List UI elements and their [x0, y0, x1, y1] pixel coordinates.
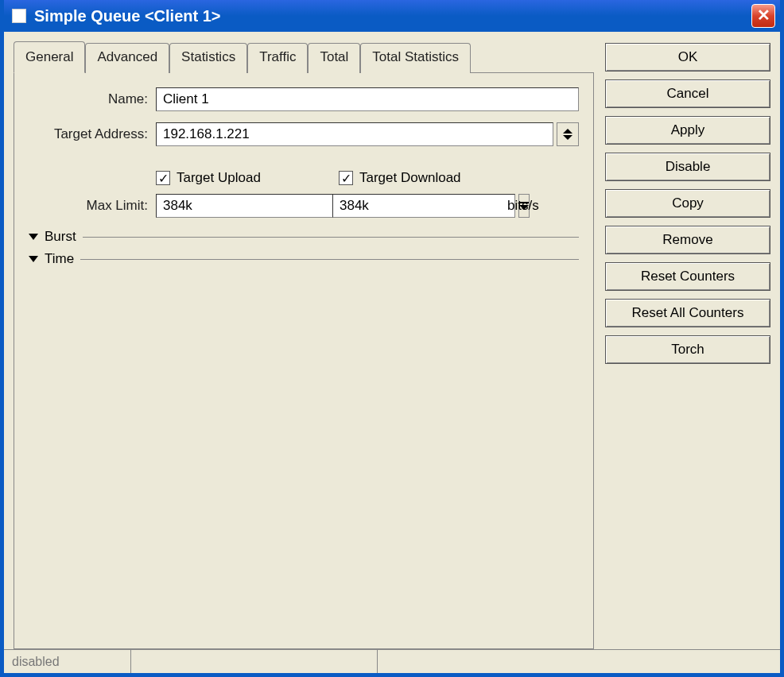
separator [83, 237, 579, 238]
tab-total-statistics[interactable]: Total Statistics [360, 43, 471, 73]
status-cell-3 [378, 650, 780, 673]
titlebar[interactable]: Simple Queue <Client 1> ✕ [4, 0, 780, 32]
max-limit-upload-combo [156, 194, 323, 218]
content-row: General Advanced Statistics Traffic Tota… [4, 32, 780, 649]
window-icon [12, 9, 26, 23]
chevron-down-icon [563, 135, 572, 140]
max-limit-download-input[interactable] [332, 194, 515, 218]
target-upload-checkbox[interactable]: ✓ [156, 171, 170, 185]
target-address-label: Target Address: [29, 126, 156, 142]
target-address-input[interactable] [156, 122, 553, 146]
tab-statistics[interactable]: Statistics [169, 43, 247, 73]
name-input[interactable] [156, 87, 579, 111]
button-column: OK Cancel Apply Disable Copy Remove Rese… [605, 43, 770, 649]
burst-label: Burst [45, 229, 76, 245]
target-upload-check-label: Target Upload [177, 170, 261, 186]
tab-traffic[interactable]: Traffic [247, 43, 308, 73]
window-body: General Advanced Statistics Traffic Tota… [4, 32, 780, 673]
target-address-wrap [156, 122, 579, 146]
name-row: Name: [29, 87, 579, 111]
target-download-col: ✓ Target Download [339, 170, 522, 186]
torch-button[interactable]: Torch [605, 335, 770, 364]
max-limit-download-combo [332, 194, 499, 218]
max-limit-upload-input[interactable] [156, 194, 339, 218]
reset-counters-button[interactable]: Reset Counters [605, 262, 770, 291]
burst-expander[interactable]: Burst [29, 229, 579, 245]
statusbar: disabled [4, 649, 780, 673]
ok-button[interactable]: OK [605, 43, 770, 72]
tab-advanced[interactable]: Advanced [85, 43, 169, 73]
cancel-button[interactable]: Cancel [605, 79, 770, 108]
max-limit-unit: bits/s [507, 198, 539, 214]
remove-button[interactable]: Remove [605, 226, 770, 254]
tab-panel-general: Name: Target Address: [14, 72, 594, 649]
target-check-row: ✓ Target Upload ✓ Target Download [29, 170, 579, 186]
target-upload-col: ✓ Target Upload [156, 170, 339, 186]
tab-strip: General Advanced Statistics Traffic Tota… [14, 43, 594, 72]
window-frame: Simple Queue <Client 1> ✕ General Advanc… [0, 0, 784, 677]
target-download-check-label: Target Download [359, 170, 461, 186]
window-title: Simple Queue <Client 1> [34, 7, 751, 25]
max-limit-row: Max Limit: [29, 194, 579, 218]
close-icon[interactable]: ✕ [751, 4, 775, 28]
target-download-checkbox[interactable]: ✓ [339, 171, 353, 185]
name-label: Name: [29, 91, 156, 107]
apply-button[interactable]: Apply [605, 116, 770, 145]
time-expander[interactable]: Time [29, 251, 579, 267]
disable-button[interactable]: Disable [605, 153, 770, 181]
tab-total[interactable]: Total [308, 43, 360, 73]
status-state: disabled [4, 650, 131, 673]
max-limit-label: Max Limit: [29, 198, 156, 214]
chevron-down-icon [29, 234, 38, 240]
tab-area: General Advanced Statistics Traffic Tota… [14, 43, 594, 649]
time-label: Time [45, 251, 74, 267]
chevron-down-icon [29, 256, 38, 262]
target-address-row: Target Address: [29, 122, 579, 146]
separator [80, 259, 579, 260]
tab-general[interactable]: General [14, 41, 85, 73]
reset-all-counters-button[interactable]: Reset All Counters [605, 299, 770, 327]
copy-button[interactable]: Copy [605, 189, 770, 218]
status-cell-2 [131, 650, 378, 673]
chevron-up-icon [563, 129, 572, 133]
target-address-spinner[interactable] [557, 122, 579, 146]
